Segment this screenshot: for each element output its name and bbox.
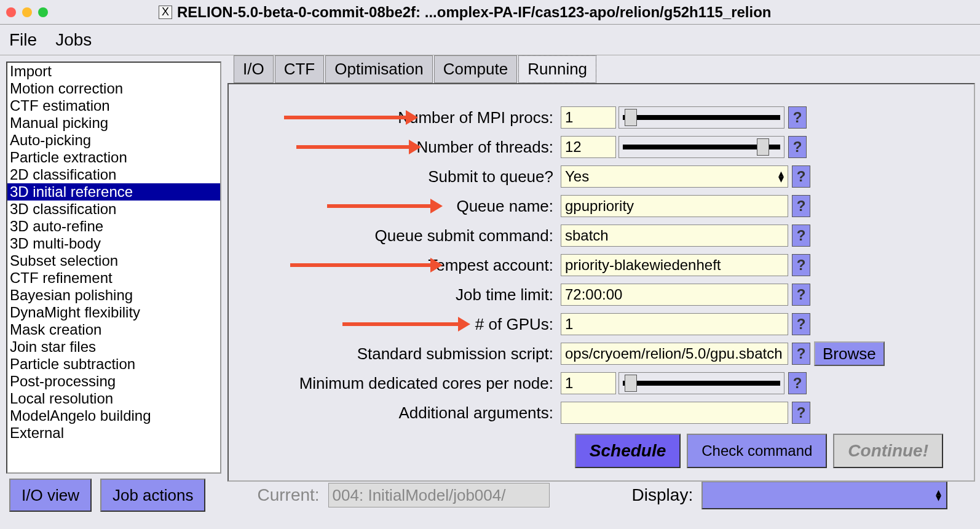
annotation-arrow bbox=[290, 263, 432, 267]
job-type-item[interactable]: Manual picking bbox=[7, 114, 220, 132]
job-type-item[interactable]: DynaMight flexibility bbox=[7, 304, 220, 321]
current-label: Current: bbox=[257, 485, 319, 505]
job-type-item[interactable]: 3D classification bbox=[7, 201, 220, 218]
job-type-item[interactable]: Post-processing bbox=[7, 373, 220, 390]
help-button[interactable]: ? bbox=[792, 225, 810, 247]
job-type-item[interactable]: External bbox=[7, 424, 220, 442]
minimize-window-button[interactable] bbox=[22, 7, 32, 17]
help-button[interactable]: ? bbox=[788, 372, 807, 394]
help-button[interactable]: ? bbox=[788, 136, 807, 158]
gpus-input[interactable] bbox=[561, 313, 788, 335]
running-tab-form: Number of MPI procs: ? Number of threads… bbox=[227, 83, 975, 482]
script-label: Standard submission script: bbox=[241, 344, 561, 364]
zoom-window-button[interactable] bbox=[38, 7, 48, 17]
dropdown-arrows-icon: ▴▾ bbox=[936, 490, 941, 501]
annotation-arrow bbox=[342, 322, 459, 326]
job-type-item[interactable]: Auto-picking bbox=[7, 132, 220, 149]
annotation-arrow bbox=[296, 145, 410, 149]
annotation-arrow bbox=[284, 116, 407, 119]
current-job-display bbox=[328, 483, 550, 507]
job-type-item[interactable]: Particle extraction bbox=[7, 149, 220, 166]
help-button[interactable]: ? bbox=[792, 165, 810, 188]
job-tabs: I/OCTFOptimisationComputeRunning bbox=[234, 55, 975, 83]
window-controls bbox=[6, 7, 48, 17]
window-titlebar: X RELION-5.0-beta-0-commit-08be2f: ...om… bbox=[0, 0, 980, 25]
job-actions-button[interactable]: Job actions bbox=[100, 479, 206, 512]
job-type-item[interactable]: Bayesian polishing bbox=[7, 287, 220, 304]
annotation-arrow bbox=[327, 204, 432, 208]
tab-ctf[interactable]: CTF bbox=[275, 55, 325, 83]
mincores-input[interactable] bbox=[561, 372, 616, 394]
account-input[interactable] bbox=[561, 254, 788, 276]
help-button[interactable]: ? bbox=[792, 284, 810, 306]
qcmd-label: Queue submit command: bbox=[241, 226, 561, 245]
qname-input[interactable] bbox=[561, 195, 788, 217]
display-label: Display: bbox=[632, 485, 694, 505]
threads-slider[interactable] bbox=[618, 136, 784, 158]
job-type-item[interactable]: Subset selection bbox=[7, 252, 220, 269]
addargs-input[interactable] bbox=[561, 402, 788, 424]
window-title: RELION-5.0-beta-0-commit-08be2f: ...ompl… bbox=[177, 4, 771, 21]
help-button[interactable]: ? bbox=[788, 106, 807, 129]
tab-compute[interactable]: Compute bbox=[434, 55, 518, 83]
x11-icon: X bbox=[159, 6, 172, 19]
close-window-button[interactable] bbox=[6, 7, 16, 17]
menubar: File Jobs bbox=[0, 25, 980, 55]
job-type-item[interactable]: Join star files bbox=[7, 338, 220, 356]
help-button[interactable]: ? bbox=[792, 195, 810, 217]
job-type-item[interactable]: Import bbox=[7, 63, 220, 80]
job-type-item[interactable]: CTF refinement bbox=[7, 269, 220, 287]
job-type-item[interactable]: CTF estimation bbox=[7, 97, 220, 114]
check-command-button[interactable]: Check command bbox=[687, 434, 827, 468]
tab-io[interactable]: I/O bbox=[234, 55, 274, 83]
sidebar: ImportMotion correctionCTF estimationMan… bbox=[0, 55, 227, 474]
help-button[interactable]: ? bbox=[792, 343, 810, 365]
job-type-item[interactable]: Motion correction bbox=[7, 80, 220, 97]
action-button-row: Schedule Check command Continue! bbox=[241, 428, 962, 468]
browse-button[interactable]: Browse bbox=[814, 341, 885, 366]
menu-file[interactable]: File bbox=[9, 30, 37, 50]
tab-optimisation[interactable]: Optimisation bbox=[325, 55, 433, 83]
script-input[interactable] bbox=[561, 343, 788, 365]
menu-jobs[interactable]: Jobs bbox=[55, 30, 92, 50]
submitq-value: Yes bbox=[565, 168, 589, 185]
dropdown-arrows-icon: ▴▾ bbox=[778, 171, 784, 182]
submitq-label: Submit to queue? bbox=[241, 167, 561, 186]
submitq-select[interactable]: Yes ▴▾ bbox=[561, 165, 788, 188]
mpi-slider[interactable] bbox=[618, 106, 784, 129]
io-view-button[interactable]: I/O view bbox=[9, 479, 92, 512]
job-type-item[interactable]: Local resolution bbox=[7, 390, 220, 407]
continue-button[interactable]: Continue! bbox=[833, 434, 943, 468]
help-button[interactable]: ? bbox=[792, 402, 810, 424]
display-select[interactable]: ▴▾ bbox=[701, 481, 947, 509]
job-type-item[interactable]: 3D multi-body bbox=[7, 235, 220, 252]
job-type-item[interactable]: 2D classification bbox=[7, 166, 220, 183]
qcmd-input[interactable] bbox=[561, 225, 788, 247]
mpi-input[interactable] bbox=[561, 106, 616, 129]
job-type-item[interactable]: ModelAngelo building bbox=[7, 407, 220, 424]
job-type-item[interactable]: 3D initial reference bbox=[7, 183, 220, 201]
job-type-list[interactable]: ImportMotion correctionCTF estimationMan… bbox=[6, 62, 221, 474]
timelimit-label: Job time limit: bbox=[241, 285, 561, 304]
job-panel: I/OCTFOptimisationComputeRunning Number … bbox=[227, 55, 980, 474]
job-type-item[interactable]: 3D auto-refine bbox=[7, 218, 220, 235]
mincores-label: Minimum dedicated cores per node: bbox=[241, 374, 561, 393]
timelimit-input[interactable] bbox=[561, 284, 788, 306]
help-button[interactable]: ? bbox=[792, 313, 810, 335]
threads-input[interactable] bbox=[561, 136, 616, 158]
addargs-label: Additional arguments: bbox=[241, 404, 561, 423]
help-button[interactable]: ? bbox=[792, 254, 810, 276]
job-type-item[interactable]: Particle subtraction bbox=[7, 356, 220, 373]
schedule-button[interactable]: Schedule bbox=[575, 434, 681, 468]
job-type-item[interactable]: Mask creation bbox=[7, 321, 220, 338]
tab-running[interactable]: Running bbox=[518, 55, 596, 83]
mincores-slider[interactable] bbox=[618, 372, 784, 394]
